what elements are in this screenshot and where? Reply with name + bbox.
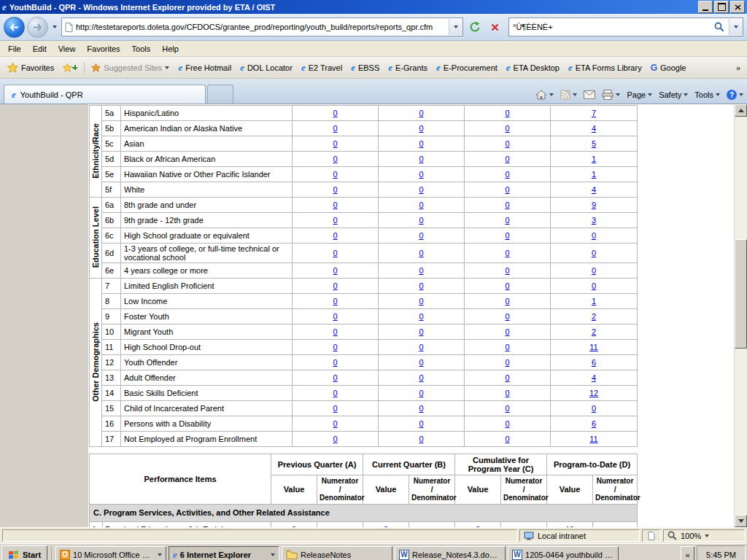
value-link[interactable]: 0 <box>333 139 337 148</box>
value-link[interactable]: 0 <box>333 419 337 428</box>
value-link[interactable]: 0 <box>419 155 423 163</box>
favorite-link-free-hotmail[interactable]: eFree Hotmail <box>174 61 236 74</box>
value-link[interactable]: 0 <box>505 389 509 397</box>
value-link[interactable]: 0 <box>505 124 509 133</box>
value-link[interactable]: 0 <box>505 343 509 351</box>
value-link[interactable]: 0 <box>333 216 337 225</box>
value-link[interactable]: 0 <box>419 358 423 367</box>
value-link[interactable]: 0 <box>419 404 423 413</box>
value-link[interactable]: 0 <box>505 185 509 194</box>
value-link[interactable]: 0 <box>419 124 423 133</box>
value-link[interactable]: 2 <box>592 312 596 321</box>
value-link[interactable]: 0 <box>419 327 423 336</box>
title-bar[interactable]: e YouthBuild - QPR - Windows Internet Ex… <box>0 0 747 14</box>
value-link[interactable]: 0 <box>419 343 423 351</box>
safety-menu-button[interactable]: Safety <box>659 90 688 99</box>
value-link[interactable]: 0 <box>333 249 337 257</box>
value-link[interactable]: 12 <box>589 389 598 397</box>
value-link[interactable]: 0 <box>419 139 423 148</box>
value-link[interactable]: 0 <box>505 216 509 225</box>
value-link[interactable]: 0 <box>505 297 509 306</box>
taskbar-button-6-internet-explorer[interactable]: e6 Internet Explorer <box>169 546 279 560</box>
value-link[interactable]: 0 <box>592 231 596 240</box>
menu-view[interactable]: View <box>53 42 82 55</box>
value-link[interactable]: 0 <box>505 201 509 209</box>
menu-favorites[interactable]: Favorites <box>81 42 125 55</box>
value-link[interactable]: 3 <box>592 216 596 225</box>
value-link[interactable]: 0 <box>419 312 423 321</box>
favorites-overflow-chevron[interactable]: » <box>732 63 744 72</box>
menu-tools[interactable]: Tools <box>126 42 157 55</box>
value-link[interactable]: 0 <box>419 109 423 117</box>
value-link[interactable]: 0 <box>505 419 509 428</box>
value-link[interactable]: 0 <box>592 281 596 290</box>
taskbar-button-releasenotes[interactable]: ReleaseNotes <box>282 546 392 560</box>
value-link[interactable]: 0 <box>419 185 423 194</box>
value-link[interactable]: 0 <box>419 281 423 290</box>
value-link[interactable]: 0 <box>419 297 423 306</box>
scroll-down-button[interactable] <box>735 515 747 527</box>
value-link[interactable]: 0 <box>505 231 509 240</box>
value-link[interactable]: 6 <box>592 358 596 367</box>
minimize-button[interactable] <box>698 1 713 13</box>
stop-button[interactable] <box>486 18 504 36</box>
value-link[interactable]: 3 <box>384 525 388 527</box>
value-link[interactable]: 0 <box>333 266 337 275</box>
value-link[interactable]: 0 <box>333 327 337 336</box>
value-link[interactable]: 4 <box>592 373 596 382</box>
search-button[interactable] <box>712 20 727 34</box>
value-link[interactable]: 0 <box>333 281 337 290</box>
url-text[interactable]: http://testetareports.doleta.gov/CFDOCS/… <box>76 23 446 31</box>
favorite-link-e-grants[interactable]: eE-Grants <box>384 61 432 74</box>
tray-chevron-button[interactable]: « <box>681 546 694 560</box>
taskbar-button-1205-0464-youthbuild-sc[interactable]: W1205-0464 youthbuild sc... <box>508 546 619 560</box>
favorite-link-e-procurement[interactable]: eE-Procurement <box>432 61 502 74</box>
value-link[interactable]: 0 <box>419 201 423 209</box>
refresh-button[interactable] <box>465 18 484 36</box>
value-link[interactable]: 3 <box>292 525 296 527</box>
value-link[interactable]: 0 <box>505 109 509 117</box>
value-link[interactable]: 0 <box>419 231 423 240</box>
address-dropdown[interactable] <box>449 19 462 35</box>
value-link[interactable]: 0 <box>419 170 423 179</box>
start-button[interactable]: Start <box>1 545 47 560</box>
home-button[interactable] <box>535 90 554 100</box>
scrollbar-thumb[interactable] <box>735 239 747 349</box>
value-link[interactable]: 0 <box>419 373 423 382</box>
value-link[interactable]: 0 <box>592 249 596 257</box>
value-link[interactable]: 0 <box>505 281 509 290</box>
page-menu-button[interactable]: Page <box>627 90 652 99</box>
value-link[interactable]: 0 <box>333 435 337 443</box>
value-link[interactable]: 0 <box>333 155 337 163</box>
value-link[interactable]: 5 <box>592 139 596 148</box>
zoom-control[interactable]: 100% <box>663 529 745 542</box>
value-link[interactable]: 0 <box>419 249 423 257</box>
search-dropdown[interactable] <box>729 19 743 35</box>
favorite-link-google[interactable]: GGoogle <box>646 61 691 74</box>
help-button[interactable]: ? <box>727 90 743 100</box>
favorite-link-eta-forms-library[interactable]: eETA Forms Library <box>564 61 646 74</box>
back-button[interactable] <box>4 17 25 38</box>
value-link[interactable]: 10 <box>565 525 574 527</box>
value-link[interactable]: 0 <box>505 327 509 336</box>
forward-button[interactable] <box>27 17 48 38</box>
value-link[interactable]: 0 <box>333 343 337 351</box>
value-link[interactable]: 6 <box>592 419 596 428</box>
favorite-link-eta-desktop[interactable]: eETA Desktop <box>502 61 564 74</box>
add-to-favorites-button[interactable] <box>58 61 82 74</box>
favorites-button[interactable]: Favorites <box>3 61 58 75</box>
value-link[interactable]: 4 <box>592 124 596 133</box>
value-link[interactable]: 0 <box>505 249 509 257</box>
menu-file[interactable]: File <box>2 42 27 55</box>
taskbar-button-release-notes4-3-doc[interactable]: WRelease_Notes4.3.doc -... <box>395 546 506 560</box>
search-box[interactable]: °Ù¶ÈÈNÈ+ <box>508 18 743 36</box>
value-link[interactable]: 2 <box>592 327 596 336</box>
menu-edit[interactable]: Edit <box>27 42 53 55</box>
value-link[interactable]: 0 <box>333 312 337 321</box>
value-link[interactable]: 0 <box>505 373 509 382</box>
value-link[interactable]: 0 <box>505 435 509 443</box>
value-link[interactable]: 0 <box>333 404 337 413</box>
value-link[interactable]: 0 <box>333 185 337 194</box>
value-link[interactable]: 0 <box>419 435 423 443</box>
suggested-sites-button[interactable]: Suggested Sites <box>87 61 174 74</box>
